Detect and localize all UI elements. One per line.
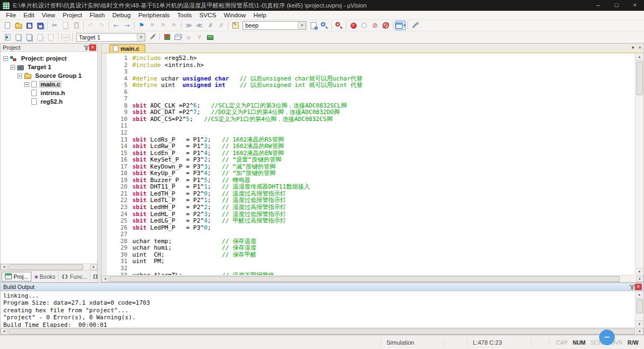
close-build-output-button[interactable]: × [635, 284, 642, 290]
menu-peripherals[interactable]: Peripherals [135, 11, 173, 19]
save-all-icon[interactable] [35, 21, 45, 30]
debug-windows-icon[interactable]: ▾ [395, 21, 406, 30]
minimize-button[interactable]: – [589, 0, 607, 11]
cut-icon[interactable]: ✂ [49, 21, 60, 30]
tab-main-c[interactable]: main.c [109, 44, 145, 52]
code-line[interactable]: 11 [106, 123, 635, 130]
indent-icon[interactable]: ≫ [183, 21, 194, 30]
find-input-dropdown-icon[interactable]: ▾ [298, 22, 306, 29]
toggle-breakpoint-icon[interactable] [359, 21, 370, 30]
expander-icon[interactable]: − [3, 56, 8, 61]
options-target-icon[interactable] [147, 32, 158, 42]
bookmark-toggle-icon[interactable]: ⚑ [136, 21, 147, 30]
kill-all-breakpoints-icon[interactable] [380, 21, 391, 30]
tree-item-target-1[interactable]: −Target 1 [1, 63, 97, 71]
target-select-dropdown-icon[interactable]: ▾ [137, 33, 145, 41]
close-document-icon[interactable]: × [639, 45, 641, 50]
manage-rte-icon[interactable] [205, 32, 216, 42]
comment-icon[interactable]: // [205, 21, 216, 30]
scroll-left-icon[interactable]: ◄ [1, 264, 8, 270]
menu-edit[interactable]: Edit [20, 11, 38, 19]
scroll-left-icon[interactable]: ◄ [1, 328, 8, 334]
tree-item-reg52-h[interactable]: reg52.h [1, 97, 97, 106]
expander-icon[interactable]: − [17, 73, 22, 78]
bookmark-next-icon[interactable]: ⚑ [158, 21, 169, 30]
code-line[interactable]: 31uint PM; [106, 258, 635, 265]
translate-icon[interactable] [2, 32, 13, 42]
find-in-files-icon[interactable] [308, 21, 319, 30]
editor-hscrollbar[interactable]: ◄ ► [102, 275, 643, 282]
vscroll-thumb[interactable] [636, 62, 643, 95]
uncomment-icon[interactable]: // [216, 21, 226, 30]
pin-icon[interactable] [85, 45, 88, 50]
find-input[interactable]: beep▾ [243, 21, 306, 30]
scroll-right-icon[interactable]: ► [636, 328, 643, 334]
code-line[interactable]: 10sbit ADC_CS=P2^5; //CS定义为P1口的第4位脚，连接AD… [106, 116, 635, 123]
scroll-up-icon[interactable]: ▲ [635, 53, 643, 61]
pencil-edit-icon[interactable] [230, 21, 241, 30]
code-line[interactable]: 30uint CH; // 保存甲醛 [106, 252, 635, 259]
menu-debug[interactable]: Debug [109, 11, 135, 19]
scroll-down-icon[interactable]: ▼ [635, 268, 643, 275]
vscroll-thumb[interactable] [636, 299, 643, 313]
batch-build-icon[interactable] [35, 32, 45, 42]
lookup-icon[interactable] [333, 21, 344, 30]
menu-file[interactable]: File [2, 11, 20, 19]
stop-build-icon[interactable] [45, 32, 56, 42]
bookmark-prev-icon[interactable]: ⚑ [147, 21, 158, 30]
scroll-right-icon[interactable]: ► [90, 264, 97, 270]
insert-breakpoint-icon[interactable] [348, 21, 359, 30]
project-hscrollbar[interactable]: ◄ ► [1, 263, 97, 270]
tree-item-project-project[interactable]: −Project: project [1, 54, 97, 63]
undo-icon[interactable]: ↶ [85, 21, 96, 30]
file-extensions-icon[interactable] [162, 32, 172, 42]
expander-icon[interactable]: − [10, 65, 15, 70]
multi-project-icon[interactable]: ◆ [183, 32, 194, 42]
nav-back-icon[interactable]: ← [111, 21, 122, 30]
code-line[interactable]: 6 [106, 89, 635, 96]
close-button[interactable]: × [626, 0, 644, 11]
build-icon[interactable] [13, 32, 24, 42]
expander-icon[interactable]: − [24, 82, 29, 87]
editor-vscrollbar[interactable]: ▲ ▼ [635, 53, 643, 275]
open-file-icon[interactable] [13, 21, 24, 30]
menu-view[interactable]: View [38, 11, 59, 19]
menu-flash[interactable]: Flash [86, 11, 109, 19]
new-file-icon[interactable] [2, 21, 13, 30]
paste-icon[interactable] [71, 21, 82, 30]
incremental-find-icon[interactable] [319, 21, 330, 30]
code-area[interactable]: 1#include <reg52.h>2#include <intrins.h>… [102, 53, 643, 275]
pin-icon[interactable] [631, 285, 633, 290]
tree-item-intrins-h[interactable]: intrins.h [1, 89, 97, 97]
close-project-panel-button[interactable]: × [89, 44, 96, 51]
tree-item-source-group-1[interactable]: −Source Group 1 [1, 71, 97, 80]
code-line[interactable]: 5#define uint unsigned int // 以后unsigned… [106, 82, 635, 89]
configure-icon[interactable] [410, 21, 420, 30]
build-output-hscrollbar[interactable]: ◄ ► [1, 327, 643, 334]
save-icon[interactable] [24, 21, 35, 30]
menu-window[interactable]: Window [220, 11, 250, 19]
unindent-icon[interactable]: ≪ [194, 21, 205, 30]
redo-icon[interactable]: ↷ [96, 21, 107, 30]
maximize-button[interactable]: □ [607, 0, 626, 11]
disable-all-breakpoints-icon[interactable]: ⊘ [370, 21, 380, 30]
copy-icon[interactable] [60, 21, 71, 30]
menu-svcs[interactable]: SVCS [196, 11, 220, 19]
tree-item-main-c[interactable]: −main.c [1, 80, 97, 89]
doc-list-dropdown-icon[interactable]: ▾ [632, 45, 634, 50]
build-output-vscrollbar[interactable]: ▲ ▼ [635, 291, 643, 327]
code-line[interactable]: 2#include <intrins.h> [106, 62, 635, 69]
scroll-right-icon[interactable]: ► [636, 276, 643, 282]
update-icon[interactable]: ▼ [194, 32, 205, 42]
code-line[interactable]: 33uchar AlarmTL; // 温度下限报警值 [106, 272, 635, 276]
scroll-up-icon[interactable]: ▲ [635, 291, 643, 298]
tab-books[interactable]: ◆Books [31, 272, 58, 281]
download-icon[interactable]: LOAD [60, 32, 71, 42]
scroll-left-icon[interactable]: ◄ [102, 276, 109, 282]
menu-tools[interactable]: Tools [173, 11, 196, 19]
menu-project[interactable]: Project [59, 11, 86, 19]
target-select[interactable]: Target 1▾ [76, 33, 145, 42]
scroll-down-icon[interactable]: ▼ [635, 320, 643, 327]
tab-functions[interactable]: {}Func... [59, 272, 91, 281]
bookmark-clear-icon[interactable]: ⚑ [169, 21, 179, 30]
